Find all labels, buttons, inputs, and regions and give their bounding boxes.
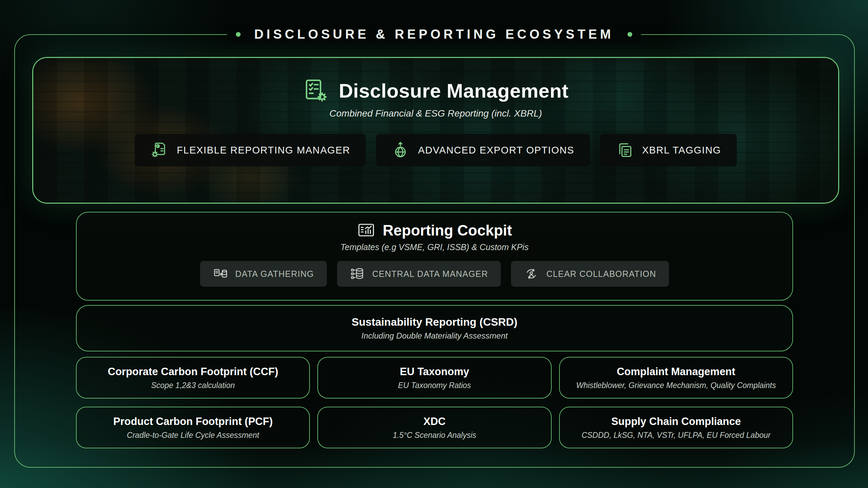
chip-label: CLEAR COLLABORATION	[546, 269, 656, 279]
module-subtitle: Whistleblower, Grievance Mechanism, Qual…	[576, 381, 776, 390]
title-right-dot-icon	[627, 32, 632, 37]
collaboration-cycle-icon	[524, 266, 539, 281]
stacked-documents-icon	[616, 141, 633, 159]
database-nodes-icon	[350, 266, 365, 281]
module-subtitle: 1.5°C Scenario Analysis	[393, 431, 476, 440]
disclosure-management-card: Disclosure Management Combined Financial…	[32, 57, 839, 204]
chip-data-gathering[interactable]: DATA GATHERING	[200, 261, 327, 287]
module-title: EU Taxonomy	[400, 366, 469, 378]
reporting-cockpit-card: Reporting Cockpit Templates (e.g VSME, G…	[76, 212, 793, 301]
hero-title-row: Disclosure Management	[303, 78, 569, 103]
globe-export-icon	[392, 141, 409, 159]
csrd-title: Sustainability Reporting (CSRD)	[352, 316, 517, 328]
feature-label: XBRL TAGGING	[642, 145, 721, 156]
sustainability-reporting-card: Sustainability Reporting (CSRD) Includin…	[76, 305, 793, 351]
module-title: Complaint Management	[617, 366, 735, 378]
module-subtitle: EU Taxonomy Ratios	[398, 381, 471, 390]
page-title: DISCLOSURE & REPORTING ECOSYSTEM	[227, 27, 641, 42]
module-supply-chain-compliance: Supply Chain Compliance CSDDD, LkSG, NTA…	[559, 407, 793, 448]
module-xdc: XDC 1.5°C Scenario Analysis	[317, 407, 551, 448]
feature-flexible-reporting-manager[interactable]: FLEXIBLE REPORTING MANAGER	[135, 134, 366, 166]
module-subtitle: Cradle-to-Gate Life Cycle Assessment	[127, 431, 259, 440]
cockpit-title: Reporting Cockpit	[383, 222, 512, 239]
chip-clear-collaboration[interactable]: CLEAR COLLABORATION	[511, 261, 669, 287]
feature-advanced-export-options[interactable]: ADVANCED EXPORT OPTIONS	[376, 134, 590, 166]
module-title: Supply Chain Compliance	[611, 415, 741, 428]
module-complaint-management: Complaint Management Whistleblower, Grie…	[559, 357, 793, 399]
cockpit-chips: DATA GATHERING CENTRAL DATA MANAGER	[200, 261, 669, 287]
document-clock-gear-icon	[150, 141, 168, 159]
module-title: Corporate Carbon Footprint (CCF)	[108, 366, 278, 378]
document-to-database-icon	[213, 266, 228, 281]
module-subtitle: CSDDD, LkSG, NTA, VSTr, UFLPA, EU Forced…	[581, 431, 770, 440]
hero-title: Disclosure Management	[339, 79, 569, 102]
cockpit-title-row: Reporting Cockpit	[357, 221, 512, 240]
module-title: XDC	[423, 415, 446, 428]
chip-label: DATA GATHERING	[235, 269, 314, 279]
modules-grid: Corporate Carbon Footprint (CCF) Scope 1…	[76, 357, 793, 448]
feature-label: ADVANCED EXPORT OPTIONS	[418, 145, 574, 156]
page-title-text: DISCLOSURE & REPORTING ECOSYSTEM	[254, 27, 614, 42]
module-eu-taxonomy: EU Taxonomy EU Taxonomy Ratios	[317, 357, 551, 399]
hero-subtitle: Combined Financial & ESG Reporting (incl…	[329, 108, 542, 119]
module-corporate-carbon-footprint: Corporate Carbon Footprint (CCF) Scope 1…	[76, 357, 310, 399]
hero-feature-buttons: FLEXIBLE REPORTING MANAGER ADVANCED EXPO…	[135, 134, 736, 166]
chip-central-data-manager[interactable]: CENTRAL DATA MANAGER	[337, 261, 501, 287]
feature-xbrl-tagging[interactable]: XBRL TAGGING	[600, 134, 737, 166]
checklist-gear-icon	[303, 78, 329, 103]
chip-label: CENTRAL DATA MANAGER	[372, 269, 488, 279]
cockpit-subtitle: Templates (e.g VSME, GRI, ISSB) & Custom…	[340, 242, 529, 252]
dashboard-chart-icon	[357, 221, 375, 240]
module-subtitle: Scope 1,2&3 calculation	[151, 381, 235, 390]
title-left-dot-icon	[236, 32, 241, 37]
hero-content: Disclosure Management Combined Financial…	[33, 58, 838, 203]
csrd-subtitle: Including Double Materiality Assessment	[361, 331, 508, 341]
module-title: Product Carbon Footprint (PCF)	[113, 415, 273, 428]
feature-label: FLEXIBLE REPORTING MANAGER	[177, 145, 350, 156]
module-product-carbon-footprint: Product Carbon Footprint (PCF) Cradle-to…	[76, 407, 310, 448]
